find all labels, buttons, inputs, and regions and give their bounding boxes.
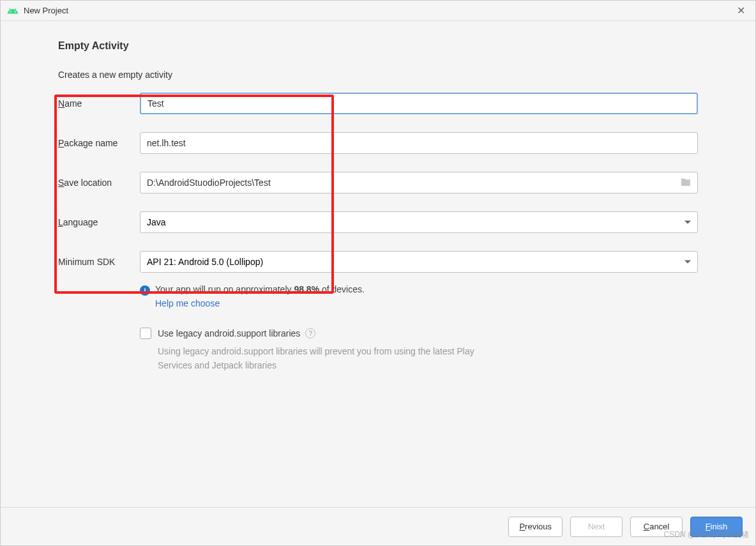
browse-folder-icon[interactable]	[680, 177, 692, 188]
minsdk-select[interactable]: API 21: Android 5.0 (Lollipop)	[140, 251, 698, 273]
language-value: Java	[147, 217, 166, 227]
project-form: Name Package name Save location Language	[58, 93, 698, 373]
package-field[interactable]	[140, 132, 698, 154]
legacy-checkbox-row: Use legacy android.support libraries ?	[140, 328, 698, 339]
minsdk-value: API 21: Android 5.0 (Lollipop)	[147, 257, 263, 267]
label-location: Save location	[58, 178, 140, 188]
coverage-info-row: i Your app will run on approximately 98.…	[140, 284, 698, 296]
label-minsdk: Minimum SDK	[58, 257, 140, 267]
titlebar: New Project ✕	[1, 1, 755, 21]
label-package: Package name	[58, 138, 140, 148]
language-select[interactable]: Java	[140, 211, 698, 233]
row-name: Name	[58, 93, 698, 114]
label-name: Name	[58, 98, 140, 109]
legacy-desc: Using legacy android.support libraries w…	[158, 344, 503, 373]
row-language: Language Java	[58, 211, 698, 233]
close-icon[interactable]: ✕	[733, 4, 749, 17]
finish-button[interactable]: Finish	[690, 517, 743, 537]
help-icon[interactable]: ?	[305, 328, 315, 338]
chevron-down-icon	[684, 221, 691, 224]
row-minsdk: Minimum SDK API 21: Android 5.0 (Lollipo…	[58, 251, 698, 273]
page-title: Empty Activity	[58, 40, 698, 52]
label-language: Language	[58, 217, 140, 227]
legacy-checkbox[interactable]	[140, 328, 151, 339]
page-subtitle: Creates a new empty activity	[58, 70, 698, 80]
window-title: New Project	[24, 6, 733, 15]
chevron-down-icon	[684, 261, 691, 264]
legacy-label: Use legacy android.support libraries	[158, 328, 300, 338]
previous-button[interactable]: Previous	[508, 517, 563, 537]
name-field[interactable]	[140, 93, 698, 114]
footer: Previous Next Cancel Finish	[1, 507, 755, 545]
row-location: Save location	[58, 172, 698, 193]
info-icon: i	[140, 285, 150, 296]
cancel-button[interactable]: Cancel	[630, 517, 683, 537]
row-package: Package name	[58, 132, 698, 154]
coverage-text: Your app will run on approximately 98.8%…	[155, 284, 365, 294]
content-area: Empty Activity Creates a new empty activ…	[1, 21, 755, 507]
location-field[interactable]	[140, 172, 698, 193]
next-button: Next	[570, 517, 623, 537]
android-logo-icon	[7, 5, 19, 17]
help-choose-link[interactable]: Help me choose	[155, 298, 698, 308]
